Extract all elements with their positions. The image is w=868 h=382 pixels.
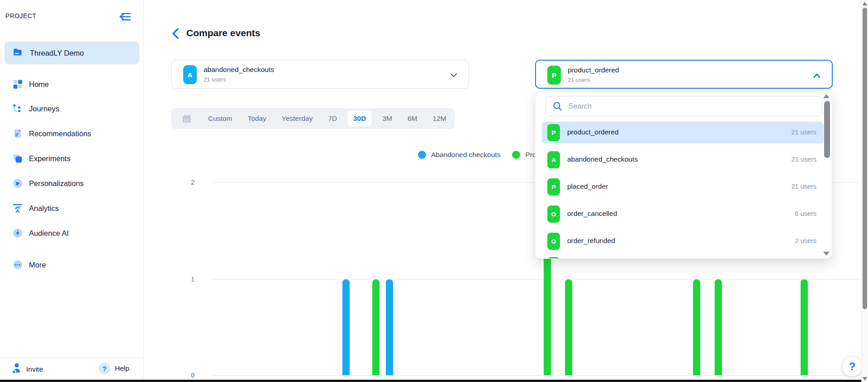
page-scrollbar-thumb[interactable]: [863, 8, 867, 309]
search-input[interactable]: [569, 102, 804, 110]
back-chevron-icon[interactable]: [170, 27, 182, 40]
x-axis-line: [213, 375, 859, 376]
invite-button[interactable]: Invite: [11, 363, 43, 376]
sidebar-item-journeys[interactable]: Journeys: [5, 99, 139, 119]
help-fab-button[interactable]: ?: [842, 357, 862, 377]
event-selector-right[interactable]: P product_ordered 21 users: [535, 60, 833, 89]
collapse-sidebar-icon[interactable]: [119, 10, 132, 24]
page-title: Compare events: [186, 28, 260, 38]
date-tab-yesterday[interactable]: Yesterday: [282, 115, 313, 123]
event-badge: [547, 257, 560, 259]
journeys-icon: [12, 103, 24, 115]
event-user-count: 21 users: [204, 76, 226, 83]
event-badge: O: [547, 233, 560, 250]
scroll-down-arrow-icon[interactable]: [823, 252, 830, 256]
event-name: product_ordered: [568, 66, 619, 74]
chart-bar: [386, 279, 393, 375]
help-label: Help: [115, 364, 129, 372]
scroll-up-arrow-icon[interactable]: [823, 94, 830, 98]
event-badge: P: [547, 124, 560, 141]
date-tab-6m[interactable]: 6M: [408, 115, 417, 123]
window-bottom-edge: [0, 380, 861, 382]
date-tab-today[interactable]: Today: [247, 115, 266, 123]
page-scrollbar: [861, 0, 868, 382]
event-option-order-cancelled[interactable]: O order_cancelled 6 users: [542, 203, 824, 225]
chart-bar: [372, 279, 379, 375]
sidebar-item-label: Journeys: [29, 105, 59, 113]
event-option-abandoned-checkouts[interactable]: A abandoned_checkouts 21 users: [542, 149, 824, 171]
date-tab-30d[interactable]: 30D: [347, 111, 372, 126]
event-option-users: 2 users: [795, 237, 816, 244]
sidebar-item-personalizations[interactable]: Personalizations: [5, 173, 139, 193]
event-option-name: placed_order: [567, 182, 608, 191]
event-dropdown-panel: P product_ordered 21 users A abandoned_c…: [535, 91, 832, 259]
legend-label: Abandoned checkouts: [431, 151, 500, 159]
audience-ai-icon: [12, 227, 24, 239]
invite-user-icon: [11, 363, 22, 376]
event-option-users: 21 users: [791, 183, 816, 190]
scrollbar-up-arrow-icon[interactable]: [863, 2, 867, 5]
sidebar-item-project[interactable]: ThreadLY Demo: [5, 42, 139, 64]
calendar-icon[interactable]: [181, 113, 192, 124]
sidebar-item-label: Audience AI: [29, 229, 69, 238]
event-selector-left[interactable]: A abandoned_checkouts 21 users: [171, 60, 469, 89]
date-tab-12m[interactable]: 12M: [433, 115, 446, 123]
chart-bar: [565, 279, 572, 375]
event-user-count: 21 users: [568, 76, 590, 83]
sidebar-item-more[interactable]: More: [5, 255, 139, 275]
sidebar: PROJECT ThreadLY Demo Home: [0, 0, 144, 382]
event-option-order-refunded[interactable]: O order_refunded 2 users: [542, 230, 824, 252]
sidebar-item-label: Personalizations: [29, 179, 84, 188]
event-badge: P: [547, 178, 560, 196]
dropdown-scrollbar-thumb[interactable]: [824, 101, 830, 158]
invite-label: Invite: [26, 365, 43, 373]
date-range-bar: Custom Today Yesterday 7D 30D 3M 6M 12M: [171, 108, 455, 129]
chevron-down-icon: [449, 70, 459, 80]
y-tick-0: 0: [185, 372, 194, 379]
event-option-users: 21 users: [791, 129, 816, 136]
search-box[interactable]: [545, 96, 822, 116]
sidebar-item-audience-ai[interactable]: Audience AI: [5, 223, 139, 243]
scrollbar-down-arrow-icon[interactable]: [863, 377, 867, 381]
chart-bar: [693, 279, 700, 375]
event-badge: P: [547, 66, 561, 85]
sidebar-item-home[interactable]: Home: [5, 74, 139, 94]
y-tick-1: 1: [185, 276, 194, 283]
folder-icon: [12, 46, 24, 60]
event-badge: A: [547, 151, 560, 168]
event-option-name: product_ordered: [567, 128, 619, 136]
recommendations-icon: [12, 128, 24, 139]
sidebar-item-label: Experiments: [29, 154, 71, 163]
sidebar-item-recommendations[interactable]: Recommendations: [5, 124, 139, 143]
sidebar-header: PROJECT: [5, 12, 138, 24]
sidebar-item-experiments[interactable]: Experiments: [5, 148, 139, 168]
sidebar-item-analytics[interactable]: Analytics: [5, 198, 139, 218]
question-icon: ?: [99, 363, 110, 374]
date-tab-7d[interactable]: 7D: [328, 115, 337, 123]
chart-bar: [715, 279, 722, 375]
more-icon: [12, 259, 24, 271]
sidebar-footer: Invite ? Help: [0, 358, 144, 381]
chevron-up-icon: [812, 71, 822, 81]
legend-dot-abandoned: [418, 151, 426, 159]
event-badge: A: [183, 65, 197, 84]
experiments-icon: [12, 153, 24, 164]
gridline-1: [213, 279, 859, 280]
event-option-product-ordered[interactable]: P product_ordered 21 users: [542, 122, 824, 143]
compare-events-page: PROJECT ThreadLY Demo Home: [0, 0, 868, 382]
sidebar-item-label: Analytics: [29, 204, 59, 213]
event-name: abandoned_checkouts: [204, 66, 274, 74]
sidebar-item-label: Recommendations: [29, 129, 91, 138]
home-icon: [12, 78, 24, 90]
event-option-placed-order[interactable]: P placed_order 21 users: [542, 176, 824, 198]
sidebar-more-label: More: [29, 261, 46, 269]
analytics-icon: [12, 202, 24, 214]
event-option-name: abandoned_checkouts: [567, 155, 638, 163]
help-button-sidebar[interactable]: ? Help: [99, 363, 129, 374]
event-option-name: order_cancelled: [567, 210, 617, 218]
date-tab-custom[interactable]: Custom: [208, 115, 232, 123]
event-option-partial[interactable]: [542, 255, 824, 259]
y-tick-2: 2: [185, 179, 194, 186]
chart-bar: [342, 279, 350, 375]
date-tab-3m[interactable]: 3M: [382, 115, 392, 123]
